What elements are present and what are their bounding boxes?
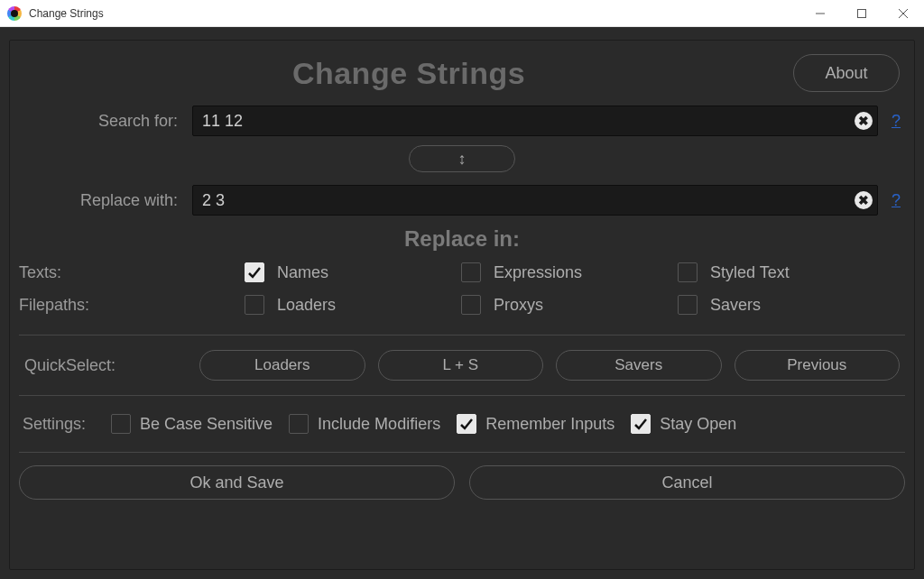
search-input[interactable] [192, 106, 878, 136]
settings-row: Settings: Be Case Sensitive Include Modi… [10, 403, 914, 445]
main-panel: Change Strings About Search for: ✖ ? ↕ R… [0, 27, 924, 579]
checkbox-box [631, 414, 651, 434]
page-title: Change Strings [24, 56, 793, 91]
app-icon [7, 6, 22, 21]
quickselect-row: QuickSelect: Loaders L + S Savers Previo… [10, 343, 914, 388]
replace-in-title: Replace in: [10, 226, 914, 252]
clear-search-icon[interactable]: ✖ [855, 112, 873, 130]
replace-in-grid: Texts: Names Expressions Styled Text Fil… [10, 259, 914, 327]
checkbox-label: Expressions [494, 263, 582, 282]
checkbox-label: Loaders [277, 296, 336, 315]
divider [19, 395, 905, 396]
checkbox-box [678, 262, 698, 282]
setting-remember-inputs[interactable]: Remember Inputs [457, 414, 614, 434]
settings-label: Settings: [23, 415, 95, 434]
replace-label: Replace with: [15, 191, 187, 210]
divider [19, 452, 905, 453]
filepaths-label: Filepaths: [19, 296, 245, 315]
checkbox-label: Be Case Sensitive [140, 415, 273, 434]
checkbox-label: Remember Inputs [485, 415, 614, 434]
replace-row: Replace with: ✖ ? [10, 179, 914, 221]
checkbox-names[interactable]: Names [245, 262, 461, 282]
search-help-icon[interactable]: ? [883, 112, 909, 131]
quickselect-l-plus-s-button[interactable]: L + S [378, 350, 544, 381]
checkbox-box [245, 295, 264, 315]
setting-include-modifiers[interactable]: Include Modifiers [289, 414, 440, 434]
search-row: Search for: ✖ ? [10, 100, 914, 142]
window-titlebar: Change Strings [0, 0, 924, 27]
checkbox-label: Names [277, 263, 328, 282]
checkbox-savers[interactable]: Savers [678, 295, 894, 315]
checkbox-label: Proxys [494, 296, 543, 315]
checkbox-box [457, 414, 476, 434]
setting-case-sensitive[interactable]: Be Case Sensitive [111, 414, 273, 434]
cancel-button[interactable]: Cancel [469, 465, 905, 500]
checkbox-loaders[interactable]: Loaders [245, 295, 461, 315]
about-button[interactable]: About [793, 54, 900, 92]
checkbox-styled-text[interactable]: Styled Text [678, 262, 894, 282]
window-close-button[interactable] [882, 0, 924, 27]
quickselect-previous-button[interactable]: Previous [735, 350, 901, 381]
checkbox-label: Savers [710, 296, 761, 315]
checkbox-box [245, 262, 264, 282]
setting-stay-open[interactable]: Stay Open [631, 414, 736, 434]
checkbox-proxys[interactable]: Proxys [461, 295, 678, 315]
window-title: Change Strings [29, 7, 104, 20]
checkbox-label: Stay Open [660, 415, 736, 434]
checkbox-box [289, 414, 309, 434]
texts-label: Texts: [19, 263, 245, 282]
window-maximize-button[interactable] [841, 0, 882, 27]
window-minimize-button[interactable] [799, 0, 841, 27]
quickselect-label: QuickSelect: [24, 356, 187, 375]
replace-input[interactable] [192, 185, 878, 216]
checkbox-box [678, 295, 698, 315]
quickselect-savers-button[interactable]: Savers [556, 350, 722, 381]
search-label: Search for: [15, 112, 187, 131]
svg-rect-1 [858, 9, 866, 17]
action-row: Ok and Save Cancel [10, 460, 914, 500]
checkbox-expressions[interactable]: Expressions [461, 262, 678, 282]
swap-button[interactable]: ↕ [409, 145, 515, 172]
checkbox-box [461, 262, 481, 282]
checkbox-label: Styled Text [710, 263, 790, 282]
checkbox-box [111, 414, 131, 434]
checkbox-box [461, 295, 481, 315]
replace-help-icon[interactable]: ? [883, 191, 909, 210]
clear-replace-icon[interactable]: ✖ [855, 191, 873, 209]
checkbox-label: Include Modifiers [318, 415, 440, 434]
quickselect-loaders-button[interactable]: Loaders [199, 350, 365, 381]
divider [19, 335, 905, 335]
ok-and-save-button[interactable]: Ok and Save [19, 465, 455, 500]
swap-icon: ↕ [458, 150, 467, 169]
